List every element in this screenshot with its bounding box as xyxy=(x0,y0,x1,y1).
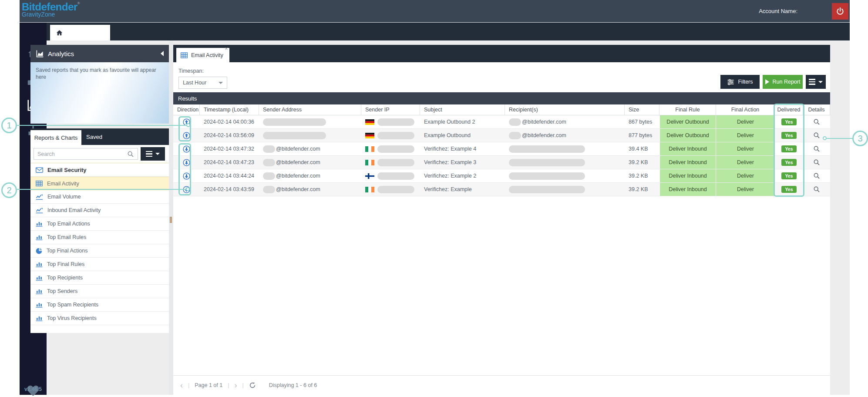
redacted-text-pill xyxy=(509,172,585,180)
column-header-action[interactable]: Final Action xyxy=(716,104,775,115)
tab-home[interactable] xyxy=(50,25,110,40)
report-list-menu-button[interactable] xyxy=(141,147,165,161)
separator: | xyxy=(188,382,189,388)
cell-rule: Deliver Inbound xyxy=(659,156,716,169)
cell-senderip xyxy=(361,156,420,169)
refresh-icon[interactable] xyxy=(249,382,256,389)
collapse-panel-icon[interactable] xyxy=(161,51,164,56)
delivered-status-badge: Yes xyxy=(781,118,796,125)
column-header-sender[interactable]: Sender Address xyxy=(259,104,361,115)
cell-action: Deliver xyxy=(716,129,775,142)
cell-sender: @bitdefender.com xyxy=(259,156,361,169)
redacted-text-pill xyxy=(509,159,585,166)
piechart-icon xyxy=(36,248,42,254)
cell-details xyxy=(803,129,830,142)
cell-recipient: @bitdefender.com xyxy=(505,129,625,142)
cell-rule: Deliver Inbound xyxy=(659,169,716,182)
cell-senderip xyxy=(361,142,420,155)
report-list-item[interactable]: Top Email Actions xyxy=(30,217,169,231)
cell-subject: Verifichez: Example 4 xyxy=(420,142,505,155)
column-header-delivered[interactable]: Delivered xyxy=(775,104,803,115)
table-row: 2024-02-14 03:47:32@bitdefender.comVerif… xyxy=(173,142,830,156)
timespan-dropdown[interactable]: Last Hour xyxy=(178,77,227,89)
redacted-text-pill xyxy=(263,145,275,153)
barchart-icon xyxy=(36,221,43,227)
details-magnifier-icon[interactable] xyxy=(813,118,820,125)
mail-icon xyxy=(36,167,43,173)
next-page-icon[interactable]: › xyxy=(234,381,237,389)
column-header-senderip[interactable]: Sender IP xyxy=(361,104,420,115)
cell-delivered: Yes xyxy=(775,129,803,142)
outbound-arrow-icon xyxy=(183,132,190,139)
favourites-empty-text: Saved reports that you mark as favourite… xyxy=(30,62,169,85)
report-list-item[interactable]: Email Security xyxy=(30,163,169,177)
cell-recipient: @bitdefender.com xyxy=(505,115,625,128)
details-magnifier-icon[interactable] xyxy=(813,132,820,139)
play-icon xyxy=(765,79,769,84)
menu-icon xyxy=(146,151,152,157)
email-activity-tab-label: Email Activity xyxy=(191,52,223,58)
favourites-panel: Saved reports that you mark as favourite… xyxy=(30,62,169,124)
chevron-down-icon xyxy=(155,153,160,155)
run-report-button[interactable]: Run Report xyxy=(763,75,803,89)
cell-delivered: Yes xyxy=(775,169,803,182)
report-list-item[interactable]: Top Final Actions xyxy=(30,244,169,258)
run-report-label: Run Report xyxy=(773,79,801,85)
tab-reports-and-charts[interactable]: Reports & Charts xyxy=(30,130,81,145)
cell-rule: Deliver Outbound xyxy=(659,129,716,142)
inbound-arrow-icon xyxy=(183,159,190,166)
redacted-text-pill xyxy=(263,186,275,193)
cell-timestamp: 2024-02-14 03:56:09 xyxy=(200,129,259,142)
cell-details xyxy=(803,142,830,155)
cell-recipient xyxy=(505,156,625,169)
cell-recipient xyxy=(505,183,625,196)
redacted-text-pill xyxy=(377,186,414,193)
report-list-item[interactable]: Email Volume xyxy=(30,190,169,204)
details-magnifier-icon[interactable] xyxy=(813,145,820,152)
report-list-item[interactable]: Top Spam Recipients xyxy=(30,298,169,312)
results-section-header: Results xyxy=(173,92,830,104)
logout-button[interactable] xyxy=(832,3,848,20)
details-magnifier-icon[interactable] xyxy=(813,186,820,193)
cell-delivered: Yes xyxy=(775,142,803,155)
report-actions-menu-button[interactable] xyxy=(806,75,826,89)
callout-3-connector-dot xyxy=(823,136,827,140)
column-header-size[interactable]: Size xyxy=(625,104,659,115)
previous-page-icon[interactable]: ‹ xyxy=(180,381,183,389)
report-list-item[interactable]: Top Email Rules xyxy=(30,231,169,244)
report-list-item[interactable]: Top Final Rules xyxy=(30,258,169,271)
column-header-direction[interactable]: Direction xyxy=(173,104,200,115)
column-header-details[interactable]: Details xyxy=(803,104,830,115)
close-tab-icon[interactable]: × xyxy=(225,46,228,51)
timespan-value: Last Hour xyxy=(183,80,206,86)
details-magnifier-icon[interactable] xyxy=(813,159,820,166)
report-list-item-label: Top Senders xyxy=(47,288,77,294)
splitter-grip-handle[interactable] xyxy=(170,217,172,223)
column-header-timestamp[interactable]: Timestamp (Local) xyxy=(200,104,259,115)
report-list-item[interactable]: Top Recipients xyxy=(30,271,169,285)
cell-details xyxy=(803,169,830,182)
column-header-recipient[interactable]: Recipient(s) xyxy=(505,104,625,115)
tab-saved[interactable]: Saved xyxy=(86,128,102,145)
column-header-subject[interactable]: Subject xyxy=(420,104,505,115)
displaying-count-label: Displaying 1 - 6 of 6 xyxy=(269,382,317,388)
filters-button[interactable]: Filters xyxy=(720,75,760,89)
report-list-item-label: Top Email Rules xyxy=(47,234,86,240)
report-list-item[interactable]: Email Activity xyxy=(30,177,169,190)
report-list-item-label: Top Final Actions xyxy=(47,248,88,254)
flag-ie-icon xyxy=(365,160,374,165)
redacted-text-pill xyxy=(509,186,585,193)
report-list-item[interactable]: Top Virus Recipients xyxy=(30,312,169,325)
panel-splitter[interactable] xyxy=(169,40,173,395)
callout-2-line xyxy=(17,189,187,190)
cell-delivered: Yes xyxy=(775,156,803,169)
version-label: v2.46.5 xyxy=(20,386,47,392)
column-header-rule[interactable]: Final Rule xyxy=(659,104,716,115)
search-input[interactable] xyxy=(37,151,120,157)
tab-email-activity[interactable]: Email Activity xyxy=(176,48,229,62)
report-list-item[interactable]: Inbound Email Activity xyxy=(30,204,169,217)
home-tab-icon xyxy=(56,29,63,37)
details-magnifier-icon[interactable] xyxy=(813,172,820,179)
report-list-item[interactable]: Top Senders xyxy=(30,285,169,298)
report-list-item-label: Email Security xyxy=(47,167,87,173)
